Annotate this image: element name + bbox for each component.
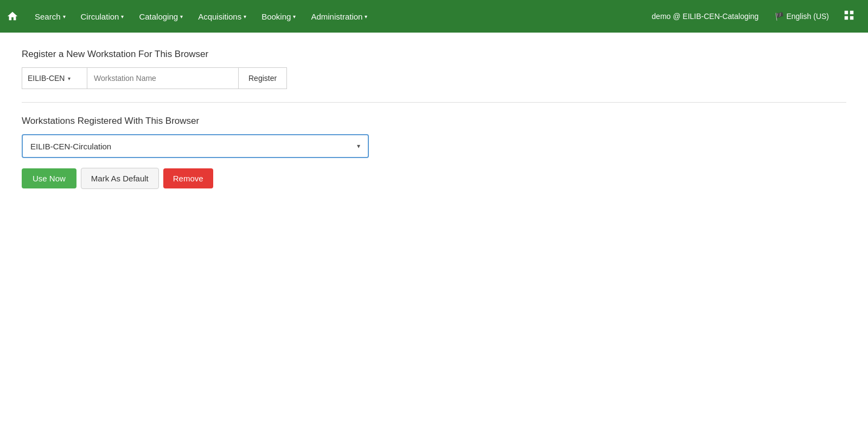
chevron-down-icon: ▾: [121, 14, 124, 20]
use-now-button[interactable]: Use Now: [22, 168, 76, 188]
register-section-title: Register a New Workstation For This Brow…: [22, 49, 846, 60]
chevron-down-icon: ▾: [68, 75, 71, 81]
home-button[interactable]: [7, 10, 18, 22]
navbar: Search ▾ Circulation ▾ Cataloging ▾ Acqu…: [0, 0, 868, 33]
main-content: Register a New Workstation For This Brow…: [0, 33, 868, 205]
chevron-down-icon: ▾: [244, 14, 246, 20]
chevron-down-icon: ▾: [293, 14, 296, 20]
register-form: EILIB-CEN ▾ Register: [22, 67, 846, 89]
nav-item-acquisitions[interactable]: Acquisitions ▾: [190, 0, 254, 33]
chevron-down-icon: ▾: [63, 14, 66, 20]
nav-item-booking[interactable]: Booking ▾: [254, 0, 303, 33]
nav-right: demo @ EILIB-CEN-Cataloging 🏴 English (U…: [643, 9, 861, 24]
registered-workstation-dropdown[interactable]: EILIB-CEN-Circulation ▾: [22, 134, 369, 158]
registered-section-title: Workstations Registered With This Browse…: [22, 116, 846, 127]
nav-language[interactable]: 🏴 English (US): [767, 12, 837, 21]
registered-workstation-value: EILIB-CEN-Circulation: [30, 142, 111, 151]
nav-item-administration[interactable]: Administration ▾: [303, 0, 375, 33]
registered-section: Workstations Registered With This Browse…: [22, 116, 846, 189]
remove-button[interactable]: Remove: [163, 168, 213, 188]
workstation-name-input[interactable]: [87, 67, 239, 89]
chevron-down-icon: ▾: [365, 14, 367, 20]
register-button[interactable]: Register: [239, 67, 287, 89]
grid-menu-icon[interactable]: [837, 9, 861, 24]
nav-item-cataloging[interactable]: Cataloging ▾: [131, 0, 190, 33]
chevron-down-icon: ▾: [180, 14, 183, 20]
nav-item-search[interactable]: Search ▾: [27, 0, 73, 33]
nav-item-circulation[interactable]: Circulation ▾: [73, 0, 132, 33]
register-section: Register a New Workstation For This Brow…: [22, 49, 846, 89]
flag-icon: 🏴: [775, 12, 784, 21]
nav-user: demo @ EILIB-CEN-Cataloging: [643, 12, 767, 21]
library-select[interactable]: EILIB-CEN ▾: [22, 67, 87, 89]
mark-as-default-button[interactable]: Mark As Default: [81, 168, 159, 189]
section-divider: [22, 102, 846, 103]
library-select-value: EILIB-CEN: [28, 74, 65, 83]
action-buttons: Use Now Mark As Default Remove: [22, 168, 846, 189]
chevron-down-icon: ▾: [357, 142, 360, 150]
